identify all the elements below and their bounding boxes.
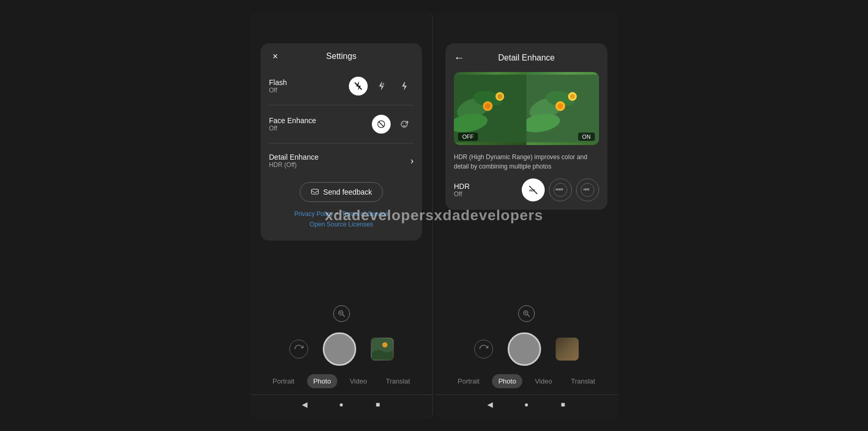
- detail-enhance-row[interactable]: Detail Enhance HDR (Off) ›: [269, 148, 414, 174]
- feedback-icon: [311, 188, 319, 196]
- shutter-button[interactable]: [323, 332, 356, 366]
- shutter-button-right[interactable]: [508, 332, 541, 366]
- zoom-button-right[interactable]: [518, 305, 535, 322]
- nav-recent-button[interactable]: ■: [373, 399, 383, 410]
- hdr-off-icon: HDR: [526, 183, 541, 197]
- hdr-options: HDR AHDR: [522, 178, 599, 201]
- detail-enhance-name: Detail Enhance: [269, 153, 319, 161]
- camera-modes-left: Portrait Photo Video Translat: [250, 374, 432, 388]
- chevron-right-icon: ›: [410, 155, 414, 166]
- preview-off-label: OFF: [458, 133, 478, 141]
- svg-point-13: [382, 342, 388, 348]
- preview-on-label: ON: [578, 133, 595, 141]
- svg-point-6: [405, 123, 406, 124]
- face-on-button[interactable]: [395, 115, 414, 134]
- mode-photo-active[interactable]: Photo: [307, 374, 337, 388]
- hdr-description: HDR (High Dynamic Range) improves color …: [454, 152, 599, 171]
- mode-translate[interactable]: Translat: [380, 374, 416, 388]
- divider-2: [269, 143, 414, 143]
- hdr-auto-button[interactable]: AHDR: [549, 178, 572, 201]
- mode-portrait[interactable]: Portrait: [266, 374, 301, 388]
- mode-portrait-right[interactable]: Portrait: [451, 374, 486, 388]
- camera-controls-right: [435, 332, 618, 366]
- hdr-off-button[interactable]: HDR: [522, 178, 545, 201]
- modal-header: × Settings: [269, 52, 414, 61]
- flash-on-button[interactable]: [395, 77, 414, 95]
- svg-point-31: [570, 94, 574, 99]
- svg-point-22: [497, 94, 502, 99]
- divider-1: [269, 105, 414, 105]
- zoom-icon-right: [522, 309, 531, 318]
- flash-setting-row: Flash Off A: [269, 71, 414, 101]
- svg-line-40: [527, 315, 530, 317]
- nav-back-button[interactable]: ◀: [300, 399, 310, 410]
- settings-title: Settings: [326, 52, 357, 61]
- flash-auto-button[interactable]: A: [372, 77, 391, 95]
- svg-text:A: A: [382, 82, 385, 86]
- settings-modal: × Settings Flash Off: [261, 43, 422, 241]
- svg-text:AHDR: AHDR: [555, 188, 563, 191]
- flash-value: Off: [269, 87, 287, 94]
- mode-translate-right[interactable]: Translat: [565, 374, 601, 388]
- svg-point-29: [557, 103, 563, 109]
- de-title: Detail Enhance: [471, 53, 582, 63]
- flash-controls: A: [349, 77, 414, 95]
- face-enhance-value: Off: [269, 125, 316, 132]
- hdr-on-icon: HDR: [580, 183, 595, 197]
- mode-photo-active-right[interactable]: Photo: [492, 374, 522, 388]
- hdr-auto-icon: AHDR: [553, 183, 568, 197]
- nav-home-button-right[interactable]: ●: [521, 399, 532, 410]
- close-button[interactable]: ×: [269, 50, 281, 63]
- face-off-button[interactable]: [372, 115, 391, 134]
- face-enhance-label: Face Enhance Off: [269, 116, 316, 132]
- navigation-bar-left: ◀ ● ■: [250, 394, 432, 414]
- camera-bottom-left: Portrait Photo Video Translat ◀ ● ■: [250, 305, 432, 419]
- mode-video-right[interactable]: Video: [529, 374, 558, 388]
- nav-recent-button-right[interactable]: ■: [558, 399, 568, 410]
- gallery-thumbnail[interactable]: [371, 338, 394, 361]
- hdr-value: Off: [454, 190, 470, 198]
- nav-home-button[interactable]: ●: [336, 399, 347, 410]
- gallery-preview: [372, 339, 393, 360]
- camera-bottom-right: Portrait Photo Video Translat ◀ ● ■: [435, 305, 618, 419]
- back-button[interactable]: ←: [454, 52, 464, 64]
- detail-enhance-value: HDR (Off): [269, 161, 319, 169]
- svg-line-3: [379, 122, 384, 127]
- svg-rect-7: [311, 189, 318, 194]
- camera-controls: [250, 332, 432, 366]
- svg-text:HDR: HDR: [583, 188, 589, 191]
- hdr-name: HDR: [454, 182, 470, 190]
- svg-point-5: [403, 123, 404, 124]
- link-separator: •: [336, 210, 338, 218]
- detail-enhance-panel: ← Detail Enhance: [445, 43, 607, 210]
- mode-video[interactable]: Video: [344, 374, 373, 388]
- hdr-on-button[interactable]: HDR: [576, 178, 599, 201]
- face-enhance-controls: [372, 115, 414, 134]
- rotate-camera-button-right[interactable]: [474, 340, 493, 358]
- preview-comparison: OFF ON: [454, 72, 599, 145]
- camera-modes-right: Portrait Photo Video Translat: [435, 374, 618, 388]
- hdr-setting-row: HDR Off HDR: [454, 178, 599, 201]
- right-phone-panel: ← Detail Enhance: [435, 12, 618, 419]
- zoom-icon-area-right: [435, 305, 618, 322]
- zoom-button[interactable]: [333, 305, 350, 322]
- face-enhance-name: Face Enhance: [269, 116, 316, 125]
- flash-off-button[interactable]: [349, 77, 368, 95]
- hdr-label: HDR Off: [454, 182, 470, 198]
- de-header: ← Detail Enhance: [454, 52, 599, 64]
- rotate-icon-right: [478, 344, 489, 354]
- open-source-link[interactable]: Open Source Licenses: [310, 221, 373, 228]
- send-feedback-button[interactable]: Send feedback: [300, 182, 383, 202]
- flash-label: Flash Off: [269, 78, 287, 94]
- face-enhance-row: Face Enhance Off: [269, 110, 414, 139]
- privacy-policy-link[interactable]: Privacy Policy: [294, 210, 333, 218]
- nav-back-button-right[interactable]: ◀: [485, 399, 495, 410]
- terms-of-service-link[interactable]: Terms of Service: [342, 210, 388, 218]
- flash-name: Flash: [269, 78, 287, 87]
- rotate-camera-button[interactable]: [289, 340, 308, 358]
- zoom-icon-area: [250, 305, 432, 322]
- gallery-thumbnail-right[interactable]: [556, 338, 579, 361]
- zoom-icon: [337, 309, 346, 318]
- rotate-icon: [294, 344, 304, 354]
- svg-line-9: [343, 315, 345, 317]
